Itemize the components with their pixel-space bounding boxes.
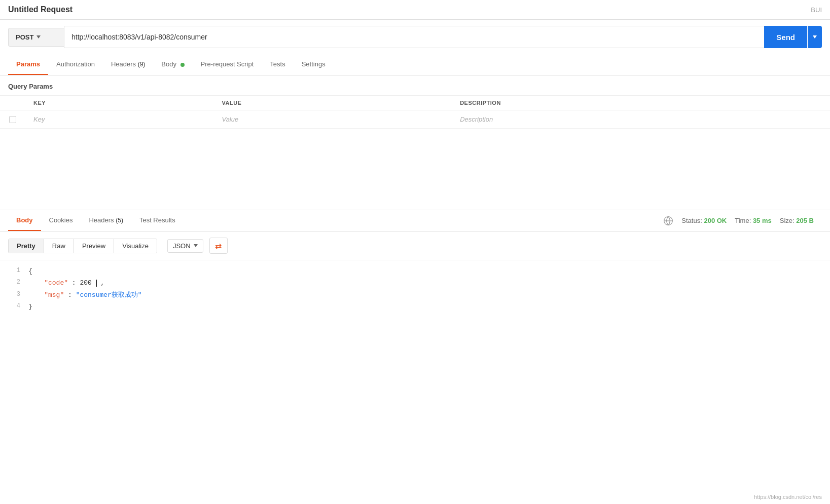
response-format-bar: Pretty Raw Preview Visualize JSON ⇄ <box>0 231 830 260</box>
response-tab-body[interactable]: Body <box>8 210 41 231</box>
json-select[interactable]: JSON <box>167 239 203 253</box>
line-num-4: 4 <box>8 301 28 312</box>
json-label: JSON <box>173 242 191 250</box>
table-row: Key Value Description <box>0 110 830 129</box>
code-value-200: 200 <box>80 279 91 287</box>
query-params-header: Query Params <box>0 75 830 95</box>
body-dot <box>181 63 185 67</box>
response-area: Body Cookies Headers (5) Test Results St… <box>0 210 830 318</box>
size-value: 205 B <box>796 217 814 224</box>
response-tab-test-results[interactable]: Test Results <box>131 210 184 231</box>
response-status-bar: Status: 200 OK Time: 35 ms Size: 205 B <box>663 216 822 226</box>
send-dropdown-button[interactable] <box>808 26 822 48</box>
url-input[interactable] <box>64 26 764 48</box>
status-value: 200 OK <box>704 217 727 224</box>
code-line-4: 4 } <box>0 301 830 313</box>
tab-tests[interactable]: Tests <box>262 54 293 75</box>
code-area: 1 { 2 "code" : 200 , 3 "msg" : "consumer… <box>0 260 830 318</box>
row-checkbox-cell <box>0 110 25 129</box>
response-tabs: Body Cookies Headers (5) Test Results St… <box>0 210 830 231</box>
line-num-3: 3 <box>8 289 28 300</box>
send-dropdown-icon <box>813 35 817 38</box>
build-label: BUI <box>811 6 822 14</box>
code-key-code: "code" <box>44 279 68 287</box>
key-col-header: KEY <box>25 96 213 110</box>
time-value: 35 ms <box>753 217 772 224</box>
send-button[interactable]: Send <box>764 26 807 48</box>
request-title: Untitled Request <box>8 5 806 14</box>
tab-headers[interactable]: Headers (9) <box>103 54 153 75</box>
method-text: POST <box>16 33 33 41</box>
time-label: Time: 35 ms <box>735 217 772 224</box>
checkbox-col-header <box>0 96 25 110</box>
description-col-header: DESCRIPTION <box>452 96 830 110</box>
tab-body[interactable]: Body <box>153 54 192 75</box>
size-label: Size: 205 B <box>780 217 814 224</box>
top-bar: Untitled Request BUI <box>0 0 830 20</box>
open-brace: { <box>28 267 32 275</box>
code-key-msg: "msg" <box>44 291 64 299</box>
response-tab-headers[interactable]: Headers (5) <box>81 210 131 231</box>
params-table: KEY VALUE DESCRIPTION Key Value Descript… <box>0 95 830 129</box>
value-col-header: VALUE <box>213 96 452 110</box>
method-select[interactable]: POST <box>8 28 64 47</box>
code-line-1: 1 { <box>0 265 830 277</box>
tab-pre-request-script[interactable]: Pre-request Script <box>193 54 262 75</box>
response-headers-badge: (5) <box>116 217 123 224</box>
tab-params[interactable]: Params <box>8 54 48 75</box>
tab-authorization[interactable]: Authorization <box>48 54 103 75</box>
tab-settings[interactable]: Settings <box>294 54 334 75</box>
code-line-2: 2 "code" : 200 , <box>0 277 830 289</box>
key-cell[interactable]: Key <box>25 110 213 129</box>
cursor <box>96 280 97 287</box>
wrap-icon: ⇄ <box>215 241 222 251</box>
send-label: Send <box>776 33 795 42</box>
format-group: Pretty Raw Preview Visualize <box>8 239 157 253</box>
url-bar: POST Send <box>0 20 830 54</box>
close-brace: } <box>28 303 32 311</box>
line-num-1: 1 <box>8 265 28 277</box>
description-cell[interactable]: Description <box>452 110 830 129</box>
code-value-msg: "consumer获取成功" <box>76 291 142 299</box>
wrap-button[interactable]: ⇄ <box>209 238 228 254</box>
json-chevron-icon <box>194 244 198 247</box>
request-tabs: Params Authorization Headers (9) Body Pr… <box>0 54 830 75</box>
visualize-button[interactable]: Visualize <box>114 239 157 253</box>
pretty-button[interactable]: Pretty <box>9 239 44 253</box>
value-cell[interactable]: Value <box>213 110 452 129</box>
raw-button[interactable]: Raw <box>44 239 74 253</box>
row-checkbox[interactable] <box>9 116 16 123</box>
code-line-3: 3 "msg" : "consumer获取成功" <box>0 289 830 301</box>
params-empty-space <box>0 129 830 210</box>
preview-button[interactable]: Preview <box>74 239 114 253</box>
line-num-2: 2 <box>8 277 28 288</box>
status-label: Status: 200 OK <box>681 217 727 224</box>
headers-badge: (9) <box>138 61 146 68</box>
method-chevron-icon <box>37 35 41 38</box>
globe-icon <box>663 216 673 226</box>
response-tab-cookies[interactable]: Cookies <box>41 210 81 231</box>
